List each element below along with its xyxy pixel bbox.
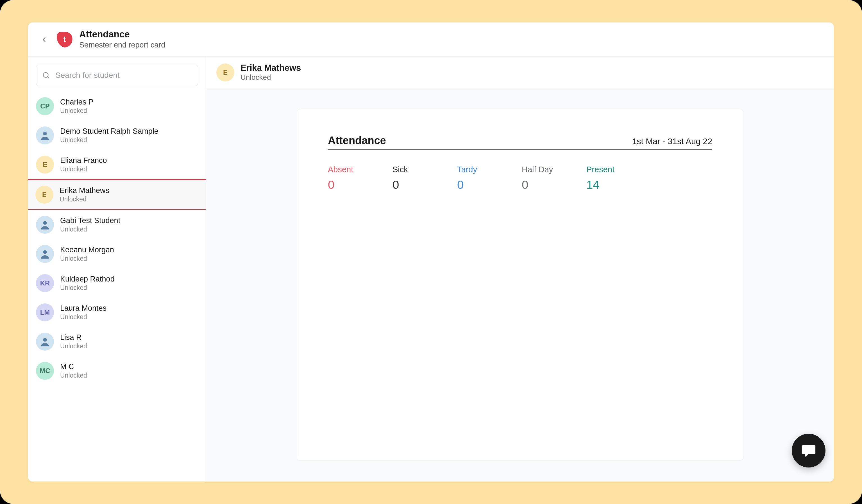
page-subtitle: Semester end report card bbox=[79, 40, 165, 51]
search-input[interactable] bbox=[55, 71, 192, 80]
content-area: Attendance 1st Mar - 31st Aug 22 Absent … bbox=[206, 88, 834, 481]
student-info: Lisa RUnlocked bbox=[60, 333, 87, 351]
student-avatar bbox=[36, 245, 54, 263]
screenshot-frame: t Attendance Semester end report card CP… bbox=[0, 0, 862, 504]
stat-absent: Absent 0 bbox=[328, 165, 362, 191]
page-title: Attendance bbox=[79, 29, 165, 40]
svg-point-6 bbox=[43, 338, 47, 342]
back-button[interactable] bbox=[38, 34, 50, 45]
svg-point-3 bbox=[43, 132, 47, 135]
student-avatar: CP bbox=[36, 97, 54, 115]
student-avatar: KR bbox=[36, 274, 54, 292]
selected-student-avatar: E bbox=[216, 64, 234, 81]
student-row[interactable]: Demo Student Ralph SampleUnlocked bbox=[28, 121, 206, 150]
student-status: Unlocked bbox=[60, 342, 87, 350]
student-name: Laura Montes bbox=[60, 304, 106, 313]
student-avatar bbox=[36, 216, 54, 234]
student-info: Kuldeep RathodUnlocked bbox=[60, 275, 115, 292]
svg-point-5 bbox=[43, 250, 47, 254]
stat-present-label: Present bbox=[586, 165, 620, 174]
stat-absent-label: Absent bbox=[328, 165, 362, 174]
stat-sick: Sick 0 bbox=[392, 165, 426, 191]
student-row[interactable]: Gabi Test StudentUnlocked bbox=[28, 210, 206, 239]
student-row[interactable]: CPCharles PUnlocked bbox=[28, 92, 206, 121]
main-panel: E Erika Mathews Unlocked Attendance 1st … bbox=[206, 57, 834, 481]
stat-sick-label: Sick bbox=[392, 165, 426, 174]
selected-student-header: E Erika Mathews Unlocked bbox=[206, 57, 834, 88]
attendance-card: Attendance 1st Mar - 31st Aug 22 Absent … bbox=[297, 109, 743, 461]
logo-icon: t bbox=[55, 30, 74, 49]
student-name: Demo Student Ralph Sample bbox=[60, 127, 158, 136]
student-name: Eliana Franco bbox=[60, 156, 107, 165]
student-status: Unlocked bbox=[60, 225, 120, 234]
header-text: Attendance Semester end report card bbox=[79, 29, 165, 50]
student-name: Erika Mathews bbox=[60, 186, 109, 196]
svg-point-1 bbox=[43, 72, 48, 78]
student-avatar bbox=[36, 127, 54, 144]
student-row[interactable]: MCM CUnlocked bbox=[28, 356, 206, 385]
stat-halfday-value: 0 bbox=[522, 178, 556, 191]
student-status: Unlocked bbox=[60, 371, 87, 380]
selected-student-highlight: EErika MathewsUnlocked bbox=[28, 179, 206, 210]
stat-present: Present 14 bbox=[586, 165, 620, 191]
student-info: Laura MontesUnlocked bbox=[60, 304, 106, 322]
search-icon bbox=[42, 71, 50, 80]
student-status: Unlocked bbox=[60, 165, 107, 174]
student-status: Unlocked bbox=[60, 107, 94, 115]
student-row[interactable]: LMLaura MontesUnlocked bbox=[28, 298, 206, 327]
student-row[interactable]: Keeanu MorganUnlocked bbox=[28, 239, 206, 268]
app-window: t Attendance Semester end report card CP… bbox=[28, 23, 834, 481]
search-wrap bbox=[28, 65, 206, 89]
stat-absent-value: 0 bbox=[328, 178, 362, 191]
selected-student-status: Unlocked bbox=[240, 73, 301, 82]
app-header: t Attendance Semester end report card bbox=[28, 23, 834, 57]
student-info: Gabi Test StudentUnlocked bbox=[60, 216, 120, 234]
stat-present-value: 14 bbox=[586, 178, 620, 191]
stat-tardy-value: 0 bbox=[457, 178, 491, 191]
student-avatar bbox=[36, 333, 54, 350]
student-avatar: E bbox=[35, 186, 53, 204]
student-name: Keeanu Morgan bbox=[60, 245, 114, 255]
student-info: Eliana FrancoUnlocked bbox=[60, 156, 107, 174]
search-box[interactable] bbox=[36, 65, 198, 86]
svg-text:t: t bbox=[63, 34, 66, 43]
student-avatar: LM bbox=[36, 303, 54, 321]
selected-student-name: Erika Mathews bbox=[240, 63, 301, 73]
student-name: Lisa R bbox=[60, 333, 87, 343]
chevron-left-icon bbox=[40, 36, 48, 43]
student-status: Unlocked bbox=[60, 136, 158, 144]
student-info: Erika MathewsUnlocked bbox=[60, 186, 109, 204]
student-status: Unlocked bbox=[60, 195, 109, 204]
student-sidebar: CPCharles PUnlockedDemo Student Ralph Sa… bbox=[28, 57, 206, 481]
student-status: Unlocked bbox=[60, 313, 106, 321]
student-avatar: MC bbox=[36, 362, 54, 380]
svg-point-4 bbox=[43, 221, 47, 225]
student-info: Keeanu MorganUnlocked bbox=[60, 245, 114, 263]
attendance-card-title: Attendance bbox=[328, 135, 386, 147]
stat-tardy-label: Tardy bbox=[457, 165, 491, 174]
attendance-stats-row: Absent 0 Sick 0 Tardy 0 bbox=[328, 150, 712, 191]
selected-student-info: Erika Mathews Unlocked bbox=[240, 63, 301, 82]
stat-sick-value: 0 bbox=[392, 178, 426, 191]
attendance-card-header: Attendance 1st Mar - 31st Aug 22 bbox=[328, 135, 712, 150]
svg-line-2 bbox=[48, 77, 49, 78]
student-avatar: E bbox=[36, 156, 54, 174]
student-row[interactable]: Lisa RUnlocked bbox=[28, 327, 206, 356]
stat-tardy: Tardy 0 bbox=[457, 165, 491, 191]
student-row[interactable]: KRKuldeep RathodUnlocked bbox=[28, 268, 206, 298]
chat-icon bbox=[800, 442, 817, 459]
student-list[interactable]: CPCharles PUnlockedDemo Student Ralph Sa… bbox=[28, 89, 206, 481]
student-name: Charles P bbox=[60, 97, 94, 107]
student-info: Charles PUnlocked bbox=[60, 97, 94, 116]
student-info: Demo Student Ralph SampleUnlocked bbox=[60, 127, 158, 145]
student-row[interactable]: EEliana FrancoUnlocked bbox=[28, 150, 206, 179]
student-name: M C bbox=[60, 362, 87, 372]
student-status: Unlocked bbox=[60, 284, 115, 292]
student-status: Unlocked bbox=[60, 254, 114, 263]
student-name: Gabi Test Student bbox=[60, 216, 120, 226]
student-info: M CUnlocked bbox=[60, 362, 87, 380]
app-body: CPCharles PUnlockedDemo Student Ralph Sa… bbox=[28, 57, 834, 481]
chat-button[interactable] bbox=[792, 434, 825, 467]
student-name: Kuldeep Rathod bbox=[60, 275, 115, 284]
student-row[interactable]: EErika MathewsUnlocked bbox=[28, 180, 206, 209]
